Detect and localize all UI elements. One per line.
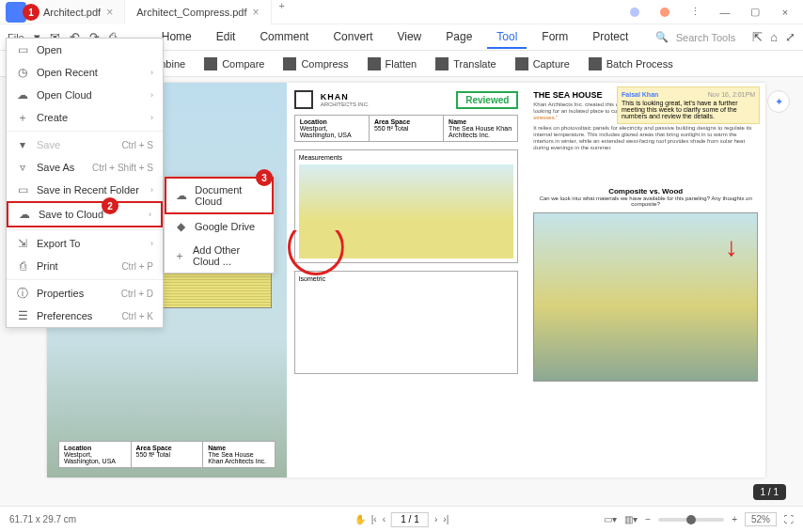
last-page-icon[interactable]: ›|: [443, 514, 449, 524]
save-icon: ▾: [16, 138, 29, 151]
maximize-button[interactable]: ▢: [741, 2, 769, 23]
menu-tool[interactable]: Tool: [487, 26, 527, 49]
menu-view[interactable]: View: [387, 26, 431, 49]
cloud-icon: ☁: [176, 189, 187, 202]
tab-architect[interactable]: Architect.pdf ×: [32, 0, 125, 24]
tab-label: Architect.pdf: [43, 7, 101, 18]
zoom-out-button[interactable]: −: [645, 514, 651, 524]
cloud-upload-icon: ☁: [18, 208, 31, 221]
fit-width-icon[interactable]: ▭▾: [604, 514, 617, 524]
khan-logo: [294, 90, 313, 109]
menu-preferences[interactable]: ☰PreferencesCtrl + K: [7, 305, 163, 327]
submenu-google-drive[interactable]: ◆Google Drive: [165, 214, 274, 239]
more-icon[interactable]: ⋮: [681, 2, 709, 23]
callout-badge-2: 2: [102, 197, 118, 214]
zoom-in-button[interactable]: +: [732, 514, 737, 524]
page-indicator: 1 / 1: [753, 484, 786, 500]
search-icon: 🔍: [655, 31, 669, 43]
menu-comment[interactable]: Comment: [250, 26, 318, 49]
close-icon[interactable]: ×: [106, 6, 113, 19]
tool-batch[interactable]: Batch Process: [587, 55, 675, 73]
file-menu: ▭Open ◷Open Recent› ☁Open Cloud› ＋Create…: [6, 38, 164, 328]
close-icon[interactable]: ×: [253, 6, 260, 19]
chevron-right-icon: ›: [150, 68, 153, 77]
search-placeholder: Search Tools: [676, 32, 735, 43]
reviewed-stamp: Reviewed: [456, 91, 518, 109]
zoom-thumb[interactable]: [686, 515, 696, 524]
menu-open-cloud[interactable]: ☁Open Cloud›: [7, 84, 163, 106]
close-button[interactable]: ×: [771, 2, 799, 23]
compress-icon: [283, 57, 296, 70]
compare-icon: [204, 57, 217, 70]
next-page-icon[interactable]: ›: [434, 514, 437, 524]
share-icon[interactable]: ⇱: [752, 30, 763, 44]
minimize-button[interactable]: —: [711, 2, 739, 23]
file-icon: ▭: [16, 43, 29, 56]
tool-compress[interactable]: Compress: [281, 55, 350, 73]
prev-page-icon[interactable]: ‹: [383, 514, 386, 524]
tool-compare[interactable]: Compare: [202, 55, 266, 73]
page-navigation: ✋ |‹ ‹ › ›|: [354, 512, 449, 527]
assistant-icon[interactable]: ✦: [767, 90, 790, 113]
home-icon[interactable]: ⌂: [770, 30, 778, 44]
callout-badge-1: 1: [23, 4, 39, 21]
page-input[interactable]: [391, 512, 429, 527]
tab-architect-compress[interactable]: Architect_Compress.pdf ×: [125, 0, 271, 24]
layout-icon[interactable]: ▥▾: [624, 514, 638, 524]
menu-open[interactable]: ▭Open: [7, 39, 163, 61]
export-icon: ⇲: [16, 237, 29, 250]
hand-tool-icon[interactable]: ✋: [354, 514, 366, 524]
document-tabs: Architect.pdf × Architect_Compress.pdf ×…: [32, 0, 292, 24]
menu-protect[interactable]: Protect: [583, 26, 638, 49]
cloud-icon: ☁: [16, 88, 29, 102]
info-table: LocationWestport, Washington, USA Area S…: [58, 441, 276, 468]
chevron-right-icon: ›: [150, 113, 153, 122]
menu-save-recent[interactable]: ▭Save in Recent Folder›: [7, 179, 163, 201]
menu-properties[interactable]: ⓘPropertiesCtrl + D: [7, 282, 163, 305]
menu-create[interactable]: ＋Create›: [7, 106, 163, 129]
menu-print[interactable]: ⎙PrintCtrl + P: [7, 255, 163, 277]
isometric-panel: Isometric: [294, 271, 519, 374]
fullscreen-icon[interactable]: ⛶: [784, 514, 794, 524]
chevron-right-icon: ›: [149, 210, 151, 219]
comment-note[interactable]: Faisal Khan Nov 16, 2:01PM This is looki…: [617, 86, 760, 124]
plus-icon: ＋: [174, 249, 185, 262]
menu-convert[interactable]: Convert: [323, 26, 382, 49]
menu-page[interactable]: Page: [436, 26, 481, 49]
menu-export[interactable]: ⇲Export To›: [7, 232, 163, 255]
new-tab-button[interactable]: +: [272, 0, 292, 24]
menu-edit[interactable]: Edit: [207, 26, 245, 49]
menu-save-to-cloud[interactable]: ☁Save to Cloud›: [7, 201, 163, 227]
translate-icon: [435, 57, 449, 70]
titlebar: Architect.pdf × Architect_Compress.pdf ×…: [0, 0, 803, 24]
status-bar: 61.71 x 29.7 cm ✋ |‹ ‹ › ›| ▭▾ ▥▾ − + 52…: [0, 506, 803, 532]
submenu-add-other[interactable]: ＋Add Other Cloud ...: [165, 239, 274, 273]
print-icon: ⎙: [16, 259, 29, 273]
batch-icon: [589, 57, 602, 70]
info-icon: ⓘ: [16, 287, 29, 300]
flatten-icon: [368, 57, 381, 70]
tool-translate[interactable]: Translate: [433, 55, 497, 73]
search-tools[interactable]: 🔍 Search Tools ⇱ ⌂ ⤢: [655, 30, 795, 44]
expand-icon[interactable]: ⤢: [785, 30, 795, 44]
drive-icon: ◆: [174, 220, 187, 233]
chevron-right-icon: ›: [150, 90, 153, 100]
menu-save-as[interactable]: ▿Save AsCtrl + Shift + S: [7, 156, 163, 179]
save-as-icon: ▿: [16, 161, 29, 174]
folder-icon: ▭: [16, 183, 29, 196]
user-icon[interactable]: [621, 2, 649, 23]
window-controls: ⋮ — ▢ ×: [621, 2, 803, 23]
zoom-slider[interactable]: [658, 518, 724, 522]
tool-flatten[interactable]: Flatten: [366, 55, 419, 73]
menu-form[interactable]: Form: [532, 26, 577, 49]
menu-open-recent[interactable]: ◷Open Recent›: [7, 61, 163, 84]
annotation-arrow: ↓: [725, 232, 738, 262]
first-page-icon[interactable]: |‹: [371, 514, 377, 524]
tool-capture[interactable]: Capture: [513, 55, 572, 73]
comparison-image: ↓: [533, 212, 758, 382]
notif-icon[interactable]: [651, 2, 679, 23]
tab-label: Architect_Compress.pdf: [136, 7, 246, 18]
zoom-level[interactable]: 52%: [745, 512, 777, 526]
callout-badge-3: 3: [256, 169, 273, 186]
annotation-circle: [288, 219, 344, 275]
